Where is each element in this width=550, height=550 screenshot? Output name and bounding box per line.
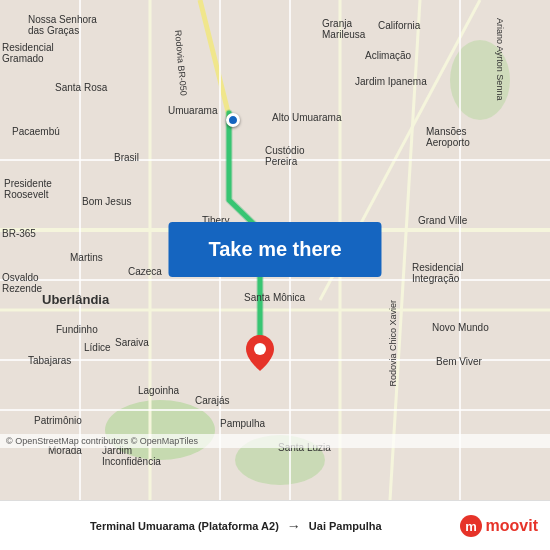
moovit-icon: m	[460, 515, 482, 537]
bottom-bar: Terminal Umuarama (Plataforma A2) → Uai …	[0, 500, 550, 550]
route-to: Uai Pampulha	[309, 520, 382, 532]
svg-point-18	[254, 343, 266, 355]
svg-text:m: m	[465, 519, 477, 534]
svg-line-8	[390, 0, 420, 500]
moovit-logo: m moovit	[460, 515, 538, 537]
map-container: Nossa Senhoradas Graças ResidencialGrama…	[0, 0, 550, 500]
origin-marker	[226, 113, 240, 127]
moovit-text: moovit	[486, 517, 538, 535]
route-from: Terminal Umuarama (Plataforma A2)	[90, 520, 279, 532]
route-info: Terminal Umuarama (Plataforma A2) → Uai …	[12, 518, 460, 534]
route-arrow: →	[287, 518, 301, 534]
destination-pin	[246, 335, 274, 371]
svg-line-3	[200, 0, 230, 120]
take-me-there-button[interactable]: Take me there	[168, 222, 381, 277]
osm-attribution: © OpenStreetMap contributors © OpenMapTi…	[0, 434, 550, 448]
